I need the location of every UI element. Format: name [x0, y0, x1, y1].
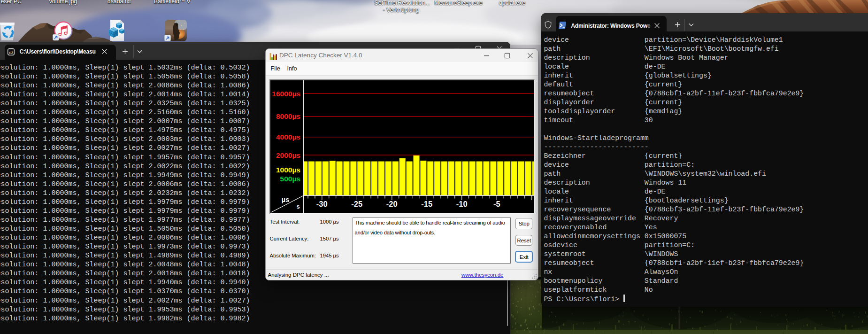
svg-text:-30: -30 — [316, 200, 328, 208]
svg-text:2000µs: 2000µs — [276, 151, 300, 159]
svg-text:1000µs: 1000µs — [276, 166, 300, 174]
svg-text:µs: µs — [282, 196, 289, 203]
svg-text:s: s — [297, 203, 300, 210]
svg-text:-5: -5 — [493, 200, 500, 208]
svg-text:500µs: 500µs — [280, 175, 300, 183]
svg-text:c:\: c:\ — [9, 50, 13, 54]
svg-text:8000µs: 8000µs — [276, 113, 300, 121]
svg-text:-10: -10 — [456, 200, 468, 208]
svg-text:-15: -15 — [422, 200, 433, 208]
svg-text:-20: -20 — [386, 200, 398, 208]
svg-text:16000µs: 16000µs — [272, 90, 301, 98]
svg-text:-25: -25 — [352, 200, 363, 208]
svg-text:4000µs: 4000µs — [276, 133, 300, 141]
